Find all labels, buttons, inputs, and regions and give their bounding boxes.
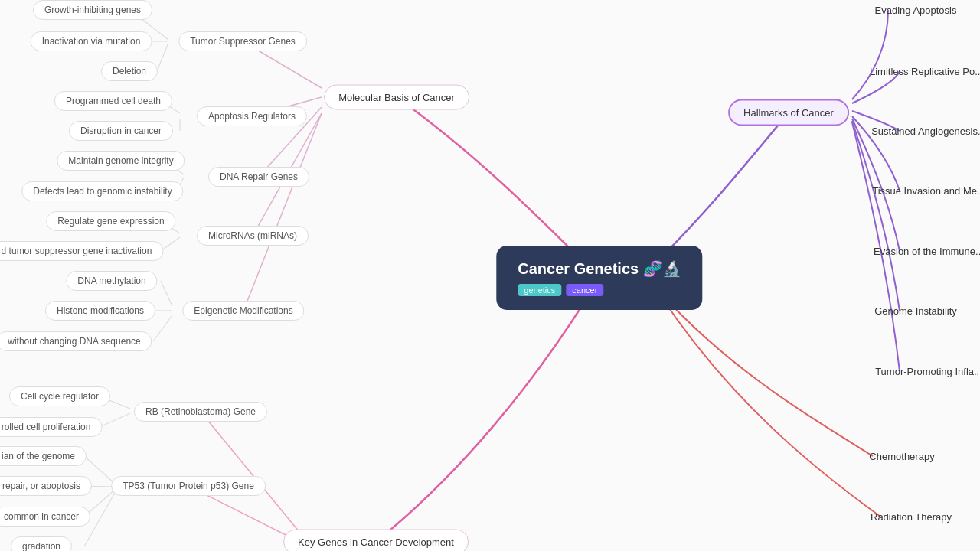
node-sustained-angio[interactable]: Sustained Angiogenesis... (859, 120, 980, 142)
node-growth-inh[interactable]: Growth-inhibiting genes (33, 0, 152, 20)
node-cell-cycle-reg[interactable]: Cell cycle regulator (9, 386, 110, 406)
node-gradation[interactable]: gradation (11, 536, 72, 551)
node-ian-genome[interactable]: ian of the genome (0, 446, 87, 466)
node-dna-repair[interactable]: DNA Repair Genes (208, 167, 309, 187)
node-micrornas[interactable]: MicroRNAs (miRNAs) (197, 226, 309, 246)
node-inact-mut[interactable]: Inactivation via mutation (31, 31, 152, 51)
center-title: Cancer Genetics 🧬🔬 (518, 259, 681, 278)
node-regulate-expr[interactable]: Regulate gene expression (46, 211, 175, 231)
node-limitless-rep[interactable]: Limitless Replicative Po... (858, 60, 980, 83)
node-maintain-genome[interactable]: Maintain genome integrity (57, 151, 185, 171)
center-tags: genetics cancer (518, 284, 681, 296)
node-rb-gene[interactable]: RB (Retinoblastoma) Gene (134, 402, 267, 422)
node-apoptosis-reg[interactable]: Apoptosis Regulators (197, 106, 307, 126)
node-tumor-inact[interactable]: d tumor suppressor gene inactivation (0, 241, 163, 261)
node-radiation[interactable]: Radiation Therapy (858, 506, 964, 528)
node-defects-genomic[interactable]: Defects lead to genomic instability (21, 181, 183, 201)
node-epigenetic[interactable]: Epigenetic Modifications (182, 301, 304, 321)
svg-line-16 (153, 315, 172, 341)
node-molecular[interactable]: Molecular Basis of Cancer (324, 85, 469, 110)
node-hallmarks[interactable]: Hallmarks of Cancer (728, 99, 849, 126)
node-prog-cell[interactable]: Programmed cell death (54, 91, 172, 111)
tag-cancer: cancer (566, 284, 603, 296)
node-dna-methyl[interactable]: DNA methylation (66, 271, 157, 291)
tag-genetics: genetics (518, 284, 561, 296)
node-key-genes[interactable]: Key Genes in Cancer Development (283, 530, 469, 552)
node-repair-apopt[interactable]: repair, or apoptosis (0, 476, 92, 496)
svg-line-13 (243, 113, 322, 311)
svg-line-19 (100, 413, 130, 427)
svg-line-14 (161, 281, 172, 306)
center-node[interactable]: Cancer Genetics 🧬🔬 genetics cancer (496, 246, 702, 310)
node-common-cancer[interactable]: common in cancer (0, 507, 90, 527)
mindmap-canvas: Cancer Genetics 🧬🔬 genetics cancer Molec… (0, 0, 980, 551)
node-tumor-prom[interactable]: Tumor-Promoting Infla... (863, 360, 980, 383)
node-evasion-immune[interactable]: Evasion of the Immune... (861, 240, 980, 262)
node-ctrl-cell-prol[interactable]: rolled cell proliferation (0, 417, 102, 437)
node-disruption[interactable]: Disruption in cancer (69, 121, 173, 141)
node-genome-instab[interactable]: Genome Instability (862, 300, 969, 322)
node-evading-apop[interactable]: Evading Apoptosis (863, 0, 969, 21)
node-histone-mod[interactable]: Histone modifications (45, 301, 155, 321)
node-tumor-suppressor[interactable]: Tumor Suppressor Genes (178, 31, 307, 51)
svg-line-12 (161, 237, 180, 251)
svg-line-17 (201, 412, 302, 536)
node-deletion[interactable]: Deletion (101, 61, 158, 81)
node-tp53-gene[interactable]: TP53 (Tumor Protein p53) Gene (111, 476, 266, 496)
node-without-dna[interactable]: without changing DNA sequence (0, 331, 152, 351)
svg-line-3 (157, 43, 168, 71)
node-chemotherapy[interactable]: Chemotherapy (857, 445, 946, 468)
node-tissue-inv[interactable]: Tissue Invasion and Me... (860, 180, 980, 202)
